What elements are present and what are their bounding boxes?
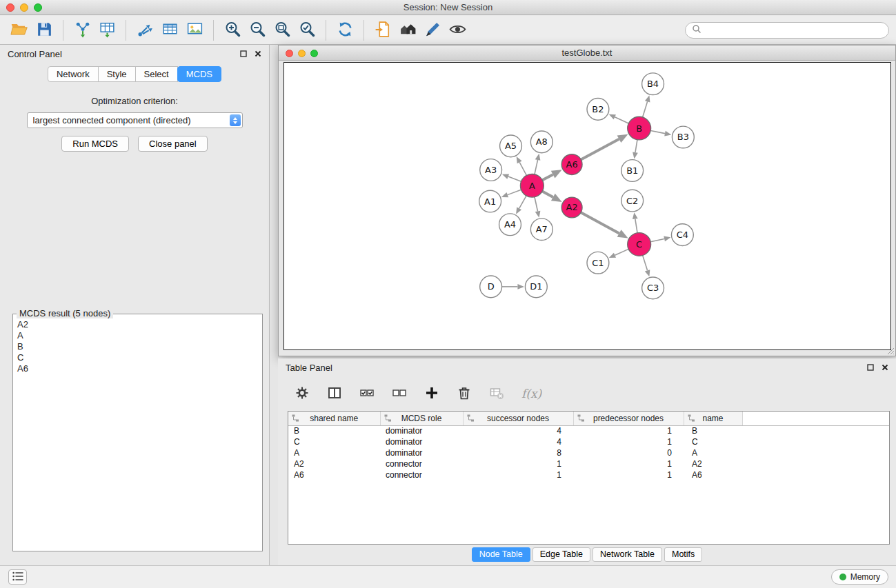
table-cell[interactable]: 1 bbox=[573, 458, 684, 469]
resize-grip-icon[interactable] bbox=[886, 347, 895, 355]
table-row[interactable]: Cdominator41C bbox=[288, 436, 889, 447]
edge-A2-C[interactable] bbox=[581, 212, 619, 233]
node-A1[interactable]: A1 bbox=[479, 190, 501, 212]
trash-button[interactable] bbox=[454, 383, 475, 404]
tab-network[interactable]: Network bbox=[48, 66, 99, 82]
node-C[interactable]: C bbox=[628, 233, 651, 256]
select-all-button[interactable] bbox=[357, 383, 377, 404]
table-cell[interactable]: A2 bbox=[288, 458, 380, 469]
tab-node-table[interactable]: Node Table bbox=[472, 547, 530, 562]
network-zoom-button[interactable] bbox=[310, 50, 318, 57]
node-C2[interactable]: C2 bbox=[621, 190, 644, 212]
table-cell[interactable]: A6 bbox=[288, 469, 380, 480]
panel-splitter[interactable] bbox=[270, 45, 278, 565]
edge-A-A6[interactable] bbox=[542, 174, 552, 180]
node-A[interactable]: A bbox=[520, 174, 544, 197]
tab-edge-table[interactable]: Edge Table bbox=[532, 547, 590, 562]
optimization-criterion-select[interactable]: largest connected component (directed) bbox=[27, 112, 243, 128]
node-A3[interactable]: A3 bbox=[480, 159, 502, 181]
tab-network-table[interactable]: Network Table bbox=[593, 547, 662, 562]
mcds-result-item[interactable]: A2 bbox=[17, 319, 258, 330]
table-cell[interactable]: B bbox=[684, 425, 742, 436]
node-B4[interactable]: B4 bbox=[642, 73, 664, 95]
network-window-titlebar[interactable]: testGlobe.txt bbox=[279, 45, 895, 61]
node-B[interactable]: B bbox=[628, 116, 651, 140]
edge-B-B1[interactable] bbox=[635, 140, 637, 152]
table-cell[interactable]: 0 bbox=[573, 447, 684, 458]
style-brush-button[interactable] bbox=[420, 18, 445, 43]
columns-button[interactable] bbox=[324, 383, 345, 404]
tab-select[interactable]: Select bbox=[135, 66, 178, 82]
export-image-button[interactable] bbox=[182, 18, 207, 43]
table-cell[interactable]: B bbox=[288, 425, 380, 436]
network-minimize-button[interactable] bbox=[298, 50, 306, 57]
table-row[interactable]: A6connector11A6 bbox=[288, 469, 889, 480]
edge-A6-B[interactable] bbox=[581, 139, 619, 160]
node-D1[interactable]: D1 bbox=[525, 276, 547, 298]
column-header-predecessor-nodes[interactable]: predecessor nodes bbox=[573, 412, 684, 425]
table-cell[interactable]: 1 bbox=[573, 425, 684, 436]
zoom-out-button[interactable] bbox=[245, 18, 270, 43]
table-cell[interactable]: A6 bbox=[684, 469, 742, 480]
edge-C-C3[interactable] bbox=[643, 256, 648, 271]
table-cell[interactable]: A bbox=[288, 447, 380, 458]
table-cell[interactable]: connector bbox=[380, 469, 463, 480]
gear-button[interactable] bbox=[292, 383, 312, 404]
edge-B-B2[interactable] bbox=[615, 117, 628, 123]
edge-C-C2[interactable] bbox=[635, 219, 637, 233]
table-row[interactable]: Bdominator41B bbox=[288, 425, 889, 436]
edge-C-C1[interactable] bbox=[615, 249, 628, 255]
mcds-result-item[interactable]: A bbox=[17, 330, 258, 341]
column-header-mcds-role[interactable]: MCDS role bbox=[380, 412, 463, 425]
network-close-button[interactable] bbox=[286, 50, 293, 57]
edge-A-A1[interactable] bbox=[508, 190, 521, 194]
minimize-window-button[interactable] bbox=[20, 3, 28, 12]
zoom-fit-button[interactable] bbox=[270, 18, 295, 43]
edge-A-A2[interactable] bbox=[542, 191, 553, 197]
zoom-in-button[interactable] bbox=[220, 18, 245, 43]
float-table-panel-icon[interactable] bbox=[867, 364, 874, 371]
table-cell[interactable]: A bbox=[684, 447, 742, 458]
node-B2[interactable]: B2 bbox=[587, 99, 609, 121]
network-canvas[interactable]: AA6A2BCA5A8A3A1A4A7B2B4B3B1C2C4C1C3DD1 bbox=[283, 62, 891, 350]
run-mcds-button[interactable]: Run MCDS bbox=[61, 136, 129, 152]
table-cell[interactable]: C bbox=[684, 436, 742, 447]
float-panel-icon[interactable] bbox=[240, 50, 247, 57]
node-A4[interactable]: A4 bbox=[499, 214, 521, 236]
tab-style[interactable]: Style bbox=[98, 66, 136, 82]
fx-function-button[interactable]: f(x) bbox=[521, 387, 541, 401]
table-cell[interactable]: connector bbox=[380, 458, 463, 469]
table-cell[interactable]: 1 bbox=[463, 469, 573, 480]
export-network-button[interactable] bbox=[132, 18, 157, 43]
column-header-successor-nodes[interactable]: successor nodes bbox=[463, 412, 573, 425]
close-window-button[interactable] bbox=[6, 3, 14, 12]
node-C4[interactable]: C4 bbox=[671, 224, 693, 246]
save-button[interactable] bbox=[32, 18, 57, 43]
table-cell[interactable]: 8 bbox=[463, 447, 573, 458]
houses-button[interactable] bbox=[395, 18, 420, 43]
table-cell[interactable]: dominator bbox=[380, 436, 463, 447]
table-row[interactable]: A2connector11A2 bbox=[288, 458, 889, 469]
node-C3[interactable]: C3 bbox=[642, 277, 664, 299]
mcds-result-item[interactable]: C bbox=[17, 352, 258, 363]
zoom-selected-button[interactable] bbox=[295, 18, 319, 43]
node-D[interactable]: D bbox=[480, 276, 502, 298]
table-cell[interactable]: A2 bbox=[684, 458, 742, 469]
table-cell[interactable]: 1 bbox=[573, 436, 684, 447]
table-cell[interactable]: 1 bbox=[573, 469, 684, 480]
open-folder-button[interactable] bbox=[7, 18, 32, 43]
table-row[interactable]: Adominator80A bbox=[288, 447, 889, 458]
edge-A-A8[interactable] bbox=[535, 160, 538, 174]
table-cell[interactable]: C bbox=[288, 436, 380, 447]
memory-button[interactable]: Memory bbox=[831, 569, 888, 585]
node-C1[interactable]: C1 bbox=[587, 252, 609, 274]
import-network-button[interactable] bbox=[70, 18, 94, 43]
mcds-result-item[interactable]: A6 bbox=[17, 363, 258, 374]
node-A5[interactable]: A5 bbox=[500, 135, 522, 157]
column-header-name[interactable]: name bbox=[684, 412, 742, 425]
table-cell[interactable]: dominator bbox=[380, 425, 463, 436]
refresh-button[interactable] bbox=[332, 18, 357, 43]
table-cell[interactable]: 4 bbox=[463, 436, 573, 447]
edge-A-A4[interactable] bbox=[519, 196, 526, 208]
zoom-window-button[interactable] bbox=[34, 3, 42, 12]
